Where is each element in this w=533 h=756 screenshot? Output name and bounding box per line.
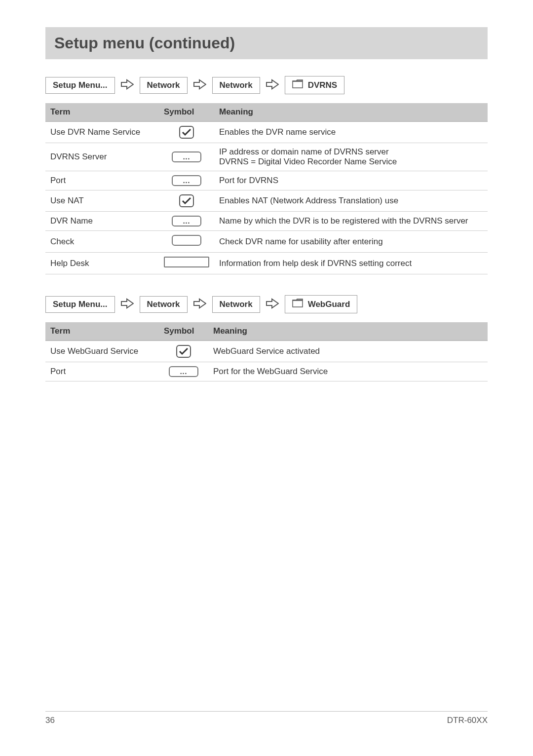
cell-meaning: Enables NAT (Network Address Translation… <box>214 190 488 212</box>
arrow-right-icon <box>121 298 134 311</box>
cell-symbol <box>159 253 214 274</box>
arrow-right-icon <box>193 298 206 311</box>
cell-meaning: WebGuard Service activated <box>208 340 488 362</box>
cell-symbol <box>159 190 214 212</box>
breadcrumb-final: DVRNS <box>285 76 345 94</box>
table-row: Help DeskInformation from help desk if D… <box>45 253 488 274</box>
col-term: Term <box>45 322 159 340</box>
cell-term: Port <box>45 171 159 190</box>
cell-symbol: ... <box>159 143 214 171</box>
cell-meaning: Enables the DVR name service <box>214 121 488 143</box>
table-row: Port...Port for the WebGuard Service <box>45 362 488 381</box>
page-footer: 36 DTR-60XX <box>45 711 488 725</box>
folder-icon <box>292 79 303 91</box>
page: Setup menu (continued) Setup Menu... Net… <box>0 0 533 756</box>
cell-term: DVRNS Server <box>45 143 159 171</box>
folder-icon <box>292 299 303 310</box>
table-row: DVR Name...Name by which the DVR is to b… <box>45 212 488 231</box>
checkbox-icon <box>176 345 191 358</box>
cell-term: Check <box>45 231 159 253</box>
cell-term: Use NAT <box>45 190 159 212</box>
model-label: DTR-60XX <box>447 716 488 725</box>
breadcrumb-webguard: Setup Menu... Network Network WebGuard <box>45 295 488 313</box>
col-symbol: Symbol <box>159 103 214 121</box>
ellipsis-button-icon: ... <box>172 175 201 186</box>
breadcrumb-step: Network <box>140 296 188 313</box>
cell-meaning: Port for DVRNS <box>214 171 488 190</box>
cell-term: Use WebGuard Service <box>45 340 159 362</box>
breadcrumb-final-label: WebGuard <box>308 300 350 309</box>
table-header-row: Term Symbol Meaning <box>45 103 488 121</box>
checkbox-icon <box>179 126 194 139</box>
breadcrumb-step: Network <box>140 77 188 94</box>
arrow-right-icon <box>266 298 279 311</box>
breadcrumb-final: WebGuard <box>285 295 358 313</box>
checkbox-icon <box>179 194 194 207</box>
table-header-row: Term Symbol Meaning <box>45 322 488 340</box>
breadcrumb-step: Network <box>212 296 260 313</box>
ellipsis-button-icon: ... <box>172 151 201 162</box>
arrow-right-icon <box>121 79 134 92</box>
cell-term: DVR Name <box>45 212 159 231</box>
cell-symbol <box>159 340 208 362</box>
col-term: Term <box>45 103 159 121</box>
cell-symbol <box>159 121 214 143</box>
table-row: Port...Port for DVRNS <box>45 171 488 190</box>
table-row: CheckCheck DVR name for usability after … <box>45 231 488 253</box>
breadcrumb-dvrns: Setup Menu... Network Network DVRNS <box>45 76 488 94</box>
table-dvrns: Term Symbol Meaning Use DVR Name Service… <box>45 103 488 274</box>
cell-term: Help Desk <box>45 253 159 274</box>
title-band: Setup menu (continued) <box>45 27 488 59</box>
table-row: Use NATEnables NAT (Network Address Tran… <box>45 190 488 212</box>
page-title: Setup menu (continued) <box>54 34 479 52</box>
cell-meaning: Check DVR name for usability after enter… <box>214 231 488 253</box>
page-number: 36 <box>45 716 55 725</box>
cell-meaning: Port for the WebGuard Service <box>208 362 488 381</box>
cell-symbol: ... <box>159 362 208 381</box>
cell-meaning: IP address or domain name of DVRNS serve… <box>214 143 488 171</box>
table-row: DVRNS Server...IP address or domain name… <box>45 143 488 171</box>
col-symbol: Symbol <box>159 322 208 340</box>
button-icon <box>172 235 201 246</box>
table-row: Use DVR Name ServiceEnables the DVR name… <box>45 121 488 143</box>
ellipsis-button-icon: ... <box>169 366 198 377</box>
cell-term: Use DVR Name Service <box>45 121 159 143</box>
breadcrumb-step: Setup Menu... <box>45 296 115 313</box>
cell-meaning: Name by which the DVR is to be registere… <box>214 212 488 231</box>
cell-symbol <box>159 231 214 253</box>
cell-symbol: ... <box>159 171 214 190</box>
col-meaning: Meaning <box>208 322 488 340</box>
cell-symbol: ... <box>159 212 214 231</box>
col-meaning: Meaning <box>214 103 488 121</box>
arrow-right-icon <box>266 79 279 92</box>
wide-button-icon <box>164 257 209 267</box>
breadcrumb-step: Network <box>212 77 260 94</box>
table-webguard: Term Symbol Meaning Use WebGuard Service… <box>45 322 488 381</box>
breadcrumb-step: Setup Menu... <box>45 77 115 94</box>
ellipsis-button-icon: ... <box>172 216 201 227</box>
table-row: Use WebGuard ServiceWebGuard Service act… <box>45 340 488 362</box>
cell-term: Port <box>45 362 159 381</box>
arrow-right-icon <box>193 79 206 92</box>
breadcrumb-final-label: DVRNS <box>308 80 338 90</box>
cell-meaning: Information from help desk if DVRNS sett… <box>214 253 488 274</box>
